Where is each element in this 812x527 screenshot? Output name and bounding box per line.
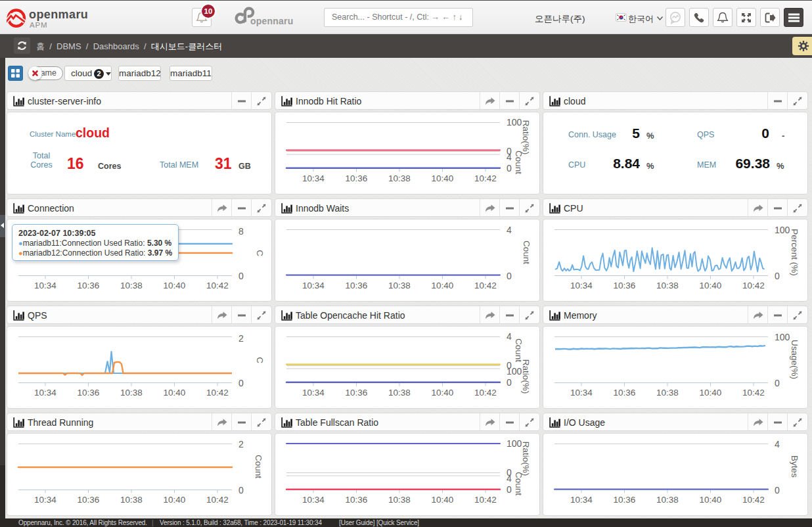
svg-text:10:36: 10:36: [78, 281, 100, 290]
svg-text:10:40: 10:40: [164, 388, 186, 398]
svg-text:2: 2: [238, 439, 244, 449]
svg-text:100: 100: [507, 366, 522, 377]
svg-text:Percent (%): Percent (%): [790, 229, 800, 275]
svg-text:C: C: [255, 250, 265, 256]
svg-text:10:42: 10:42: [206, 495, 229, 505]
svg-text:Count: Count: [522, 241, 531, 264]
svg-text:10:40: 10:40: [432, 173, 454, 183]
svg-text:10:34: 10:34: [570, 388, 593, 398]
svg-text:10:36: 10:36: [614, 495, 636, 505]
svg-text:10:34: 10:34: [302, 388, 325, 398]
svg-text:10:40: 10:40: [700, 495, 722, 505]
svg-text:10:42: 10:42: [742, 281, 765, 290]
svg-text:10:40: 10:40: [432, 495, 454, 505]
svg-text:10:38: 10:38: [388, 281, 411, 290]
svg-text:0: 0: [238, 271, 244, 281]
svg-text:10:34: 10:34: [302, 281, 325, 290]
svg-text:10:36: 10:36: [346, 173, 368, 183]
svg-text:C: C: [255, 357, 265, 363]
svg-text:4: 4: [507, 331, 512, 342]
svg-text:100: 100: [507, 438, 522, 449]
svg-text:100: 100: [775, 225, 790, 235]
svg-text:10:42: 10:42: [206, 388, 229, 398]
svg-text:10:42: 10:42: [474, 388, 497, 398]
svg-text:0: 0: [775, 378, 780, 388]
svg-text:0: 0: [507, 163, 512, 173]
svg-text:4: 4: [507, 473, 512, 484]
svg-text:4: 4: [775, 439, 780, 449]
svg-text:Usage(%): Usage(%): [790, 340, 800, 379]
svg-text:10:38: 10:38: [656, 388, 679, 398]
svg-text:10:36: 10:36: [614, 388, 636, 398]
svg-text:10:34: 10:34: [302, 173, 325, 183]
svg-text:4: 4: [507, 152, 512, 162]
svg-text:100: 100: [507, 117, 522, 127]
svg-text:Bytes: Bytes: [790, 455, 800, 478]
svg-text:10:36: 10:36: [78, 495, 100, 505]
svg-text:10:38: 10:38: [656, 281, 679, 290]
svg-text:10:42: 10:42: [742, 495, 765, 505]
svg-text:0: 0: [238, 378, 244, 388]
svg-text:10:40: 10:40: [700, 281, 722, 290]
svg-text:10:40: 10:40: [700, 388, 722, 398]
svg-text:10:34: 10:34: [34, 495, 56, 505]
svg-text:Count: Count: [514, 472, 524, 495]
svg-text:10:38: 10:38: [120, 388, 143, 398]
svg-text:10:42: 10:42: [474, 495, 497, 505]
svg-text:0: 0: [238, 485, 244, 495]
svg-text:10:42: 10:42: [474, 281, 497, 290]
svg-text:Ratio(%): Ratio(%): [521, 120, 531, 155]
svg-text:10:40: 10:40: [432, 388, 454, 398]
svg-text:100: 100: [775, 332, 790, 342]
svg-text:10:36: 10:36: [346, 281, 368, 290]
svg-text:0: 0: [507, 484, 512, 495]
svg-text:10:34: 10:34: [570, 281, 593, 290]
svg-text:0: 0: [507, 271, 512, 281]
svg-text:10:42: 10:42: [206, 281, 229, 290]
svg-text:10:38: 10:38: [120, 495, 143, 505]
svg-text:4: 4: [507, 225, 512, 235]
svg-text:10:36: 10:36: [614, 281, 636, 290]
svg-text:10:34: 10:34: [302, 495, 325, 505]
svg-text:Ratio(%): Ratio(%): [521, 359, 531, 394]
svg-text:10:42: 10:42: [742, 388, 765, 398]
svg-text:0: 0: [507, 377, 512, 388]
svg-text:10:38: 10:38: [388, 388, 411, 398]
svg-text:10:38: 10:38: [656, 495, 679, 505]
svg-text:10:34: 10:34: [34, 388, 56, 398]
svg-text:10:40: 10:40: [432, 281, 454, 290]
svg-text:Count: Count: [514, 150, 524, 174]
svg-text:10:38: 10:38: [388, 173, 411, 183]
svg-text:0: 0: [775, 271, 780, 281]
svg-text:10:34: 10:34: [570, 495, 593, 505]
svg-text:10:40: 10:40: [164, 495, 186, 505]
svg-text:2: 2: [238, 333, 244, 344]
svg-text:Count: Count: [254, 455, 263, 478]
svg-text:10:36: 10:36: [346, 388, 368, 398]
svg-text:10:38: 10:38: [388, 495, 411, 505]
svg-text:8: 8: [238, 226, 244, 237]
svg-text:10:38: 10:38: [120, 281, 143, 290]
svg-text:10:42: 10:42: [474, 173, 497, 183]
svg-text:Ratio(%): Ratio(%): [521, 442, 531, 476]
svg-text:10:40: 10:40: [164, 281, 186, 290]
svg-text:10:34: 10:34: [34, 281, 56, 290]
svg-text:10:36: 10:36: [346, 495, 368, 505]
svg-text:0: 0: [775, 485, 780, 495]
svg-text:10:36: 10:36: [78, 388, 100, 398]
